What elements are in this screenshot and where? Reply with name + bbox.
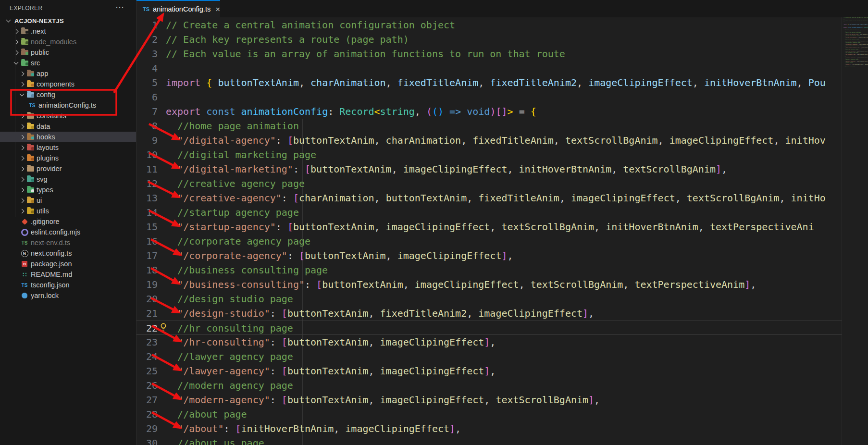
line-number[interactable]: 8 <box>136 119 158 133</box>
code-line-4[interactable]: 4 <box>136 61 842 75</box>
sidebar-item-constants[interactable]: constants <box>0 111 136 121</box>
line-number[interactable]: 21 <box>136 306 158 321</box>
line-number[interactable]: 2 <box>136 32 158 47</box>
code-line-18[interactable]: 18 //business consulting page <box>136 263 842 277</box>
line-number[interactable]: 3 <box>136 47 158 61</box>
code-line-21[interactable]: 21 "/design-studio": [buttonTextAnim, fi… <box>136 306 842 321</box>
minimap[interactable]: // Create a central animation configurat… <box>842 17 868 445</box>
code-line-12[interactable]: 12 //creative agency page <box>136 176 842 191</box>
chevron-right-icon[interactable] <box>17 174 26 185</box>
sidebar-item--next[interactable]: .next <box>0 26 136 37</box>
line-number[interactable]: 15 <box>136 220 158 234</box>
code-line-13[interactable]: 13 "/creative-agency": [charAnimation, b… <box>136 191 842 205</box>
line-number[interactable]: 6 <box>136 90 158 104</box>
code-editor[interactable]: 1// Create a central animation configura… <box>136 17 842 445</box>
sidebar-item-yarn-lock[interactable]: yarn.lock <box>0 290 136 301</box>
sidebar-item-next-config-ts[interactable]: Nnext.config.ts <box>0 248 136 259</box>
code-line-2[interactable]: 2// Each key represents a route (page pa… <box>136 32 842 47</box>
chevron-right-icon[interactable] <box>17 163 26 174</box>
line-number[interactable]: 25 <box>136 364 158 378</box>
sidebar-item-tsconfig-json[interactable]: TStsconfig.json <box>0 280 136 290</box>
code-line-30[interactable]: 30 //about us page <box>136 436 842 445</box>
code-line-5[interactable]: 5import { buttonTextAnim, charAnimation,… <box>136 75 842 90</box>
code-line-28[interactable]: 28 //about page <box>136 407 842 421</box>
code-line-26[interactable]: 26 //modern agency page <box>136 378 842 393</box>
sidebar-item-types[interactable]: types <box>0 185 136 195</box>
chevron-down-icon[interactable] <box>12 58 20 68</box>
line-number[interactable]: 9 <box>136 133 158 148</box>
chevron-right-icon[interactable] <box>17 195 26 206</box>
line-number[interactable]: 28 <box>136 407 158 421</box>
line-number[interactable]: 26 <box>136 378 158 393</box>
line-number[interactable]: 14 <box>136 205 158 220</box>
code-line-14[interactable]: 14 //startup agency page <box>136 205 842 220</box>
sidebar-item-acjon-nextjs[interactable]: ACJON-NEXTJS <box>0 15 136 26</box>
sidebar-item-eslint-config-mjs[interactable]: eslint.config.mjs <box>0 227 136 237</box>
code-line-3[interactable]: 3// Each value is an array of animation … <box>136 47 842 61</box>
code-line-25[interactable]: 25 "/lawyer-agency": [buttonTextAnim, im… <box>136 364 842 378</box>
line-number[interactable]: 5 <box>136 75 158 90</box>
code-line-20[interactable]: 20 //design studio page <box>136 292 842 306</box>
sidebar-item-data[interactable]: data <box>0 121 136 132</box>
sidebar-item-package-json[interactable]: npackage.json <box>0 259 136 269</box>
line-number[interactable]: 7 <box>136 104 158 119</box>
sidebar-item-node-modules[interactable]: node_modules <box>0 37 136 47</box>
line-number[interactable]: 22 <box>136 321 158 334</box>
code-line-6[interactable]: 6 <box>136 90 842 104</box>
line-number[interactable]: 30 <box>136 436 158 445</box>
code-line-27[interactable]: 27 "/modern-agency": [buttonTextAnim, im… <box>136 393 842 407</box>
line-number[interactable]: 19 <box>136 277 158 292</box>
line-number[interactable]: 16 <box>136 234 158 248</box>
code-line-19[interactable]: 19 "/business-consulting": [buttonTextAn… <box>136 277 842 292</box>
ellipsis-icon[interactable]: ⋯ <box>115 2 124 12</box>
chevron-right-icon[interactable] <box>12 47 20 58</box>
line-number[interactable]: 4 <box>136 61 158 75</box>
sidebar-item-src[interactable]: src <box>0 58 136 68</box>
line-number[interactable]: 12 <box>136 176 158 191</box>
line-number[interactable]: 24 <box>136 349 158 364</box>
chevron-right-icon[interactable] <box>12 26 20 37</box>
chevron-right-icon[interactable] <box>17 185 26 195</box>
chevron-right-icon[interactable] <box>17 132 26 142</box>
sidebar-item-hooks[interactable]: hooks <box>0 132 136 142</box>
code-line-9[interactable]: 9 "/digital-agency": [buttonTextAnim, ch… <box>136 133 842 148</box>
code-line-24[interactable]: 24 //lawyer agency page <box>136 349 842 364</box>
code-line-22[interactable]: 22 //hr consulting page <box>136 321 842 335</box>
chevron-right-icon[interactable] <box>17 121 26 132</box>
sidebar-item-layouts[interactable]: layouts <box>0 142 136 153</box>
code-line-17[interactable]: 17 "/corporate-agency": [buttonTextAnim,… <box>136 248 842 263</box>
line-number[interactable]: 27 <box>136 393 158 407</box>
line-number[interactable]: 18 <box>136 263 158 277</box>
close-icon[interactable]: × <box>215 5 220 13</box>
chevron-right-icon[interactable] <box>12 37 20 47</box>
code-line-7[interactable]: 7export const animationConfig: Record<st… <box>136 104 842 119</box>
sidebar-item-plugins[interactable]: plugins <box>0 153 136 163</box>
code-line-8[interactable]: 8 //home page animation <box>136 119 842 133</box>
sidebar-item-utils[interactable]: utils <box>0 206 136 216</box>
sidebar-item-next-env-d-ts[interactable]: TSnext-env.d.ts <box>0 237 136 248</box>
sidebar-item-provider[interactable]: provider <box>0 163 136 174</box>
code-line-23[interactable]: 23 "/hr-consulting": [buttonTextAnim, im… <box>136 335 842 349</box>
line-number[interactable]: 29 <box>136 421 158 436</box>
chevron-right-icon[interactable] <box>17 111 26 121</box>
sidebar-item-app[interactable]: app <box>0 68 136 79</box>
code-line-10[interactable]: 10 //digital marketing page <box>136 148 842 162</box>
sidebar-item-readme-md[interactable]: ∷README.md <box>0 269 136 280</box>
sidebar-item-ui[interactable]: ui <box>0 195 136 206</box>
line-number[interactable]: 11 <box>136 162 158 176</box>
chevron-down-icon[interactable] <box>17 89 26 100</box>
chevron-down-icon[interactable] <box>4 15 12 26</box>
sidebar-item-animationconfig-ts[interactable]: TSanimationConfig.ts <box>0 100 136 111</box>
line-number[interactable]: 10 <box>136 148 158 162</box>
code-line-1[interactable]: 1// Create a central animation configura… <box>136 18 842 32</box>
code-line-16[interactable]: 16 //corporate agency page <box>136 234 842 248</box>
line-number[interactable]: 1 <box>136 18 158 32</box>
line-number[interactable]: 20 <box>136 292 158 306</box>
sidebar-item--gitignore[interactable]: .gitignore <box>0 216 136 227</box>
chevron-right-icon[interactable] <box>17 153 26 163</box>
sidebar-item-components[interactable]: components <box>0 79 136 89</box>
code-line-15[interactable]: 15 "/startup-agency": [buttonTextAnim, i… <box>136 220 842 234</box>
sidebar-item-svg[interactable]: svg <box>0 174 136 185</box>
line-number[interactable]: 17 <box>136 248 158 263</box>
sidebar-item-public[interactable]: public <box>0 47 136 58</box>
